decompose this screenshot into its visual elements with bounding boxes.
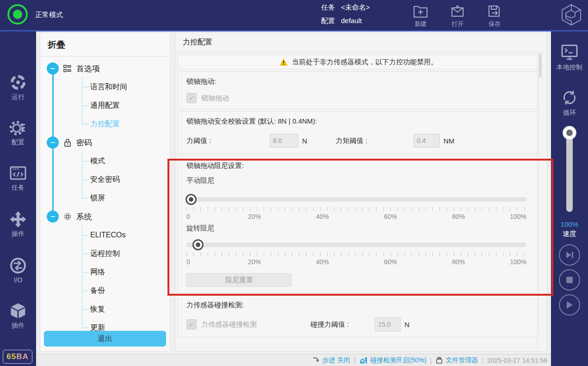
sidebar-item-config[interactable]: 配置: [0, 118, 36, 147]
scale-tick-label: 60%: [384, 258, 397, 266]
collision-threshold-label: 碰撞力阈值 :: [310, 320, 349, 329]
status-badge: 65BA: [3, 350, 32, 364]
sidebar-item-run[interactable]: 运行: [0, 73, 36, 101]
tree-item-elitecos[interactable]: ELITECOs: [82, 226, 170, 244]
tree-item-force-control[interactable]: 力控配置: [82, 115, 170, 133]
step-arrow-icon: [312, 357, 320, 364]
stop-icon: [566, 276, 573, 284]
step-mode-text: 步进 关闭: [322, 356, 350, 365]
open-file-icon: [449, 3, 466, 19]
sidebar-item-run-label: 运行: [0, 93, 36, 101]
speed-slider[interactable]: [566, 134, 573, 212]
scale-tick-label: 80%: [452, 258, 465, 266]
lock-axis-checkbox[interactable]: ✓: [186, 93, 197, 103]
rotation-slider-handle[interactable]: [192, 239, 204, 250]
scale-tick-label: 0: [186, 258, 190, 266]
new-task-button[interactable]: 新建: [406, 2, 435, 28]
translation-slider-track[interactable]: [186, 197, 526, 202]
tree-item-restore[interactable]: 恢复: [82, 300, 170, 318]
save-icon: [486, 3, 503, 19]
exit-button[interactable]: 退出: [44, 331, 166, 347]
scale-tick-label: 100%: [510, 258, 526, 266]
save-task-button[interactable]: 保存: [480, 2, 509, 28]
collapse-toggle-icon[interactable]: −: [47, 211, 59, 223]
list-icon: [63, 64, 72, 73]
section-collision-detection: 力传感器碰撞检测: ✓ 力传感器碰撞检测 碰撞力阈值 : N: [178, 295, 539, 337]
sidebar-item-operate[interactable]: 操作: [0, 210, 36, 238]
scale-tick-label: 100%: [510, 213, 526, 220]
loop-button[interactable]: 循环: [551, 88, 588, 117]
loop-icon: [551, 88, 588, 107]
damping-heading: 锁轴拖动阻尼设置:: [186, 161, 530, 170]
loop-label: 循环: [551, 109, 588, 117]
status-bar: 步进 关闭 | 碰撞检测开启(50%) | 文件管理器 | 2025-03-27…: [36, 354, 551, 366]
play-button[interactable]: [559, 294, 580, 316]
tree-item-safety-password[interactable]: 安全密码: [82, 170, 170, 189]
cube-icon: [0, 302, 36, 320]
tree-item-network[interactable]: 网络: [82, 263, 170, 281]
speed-slider-handle[interactable]: [563, 126, 576, 140]
sidebar-item-io[interactable]: I/O: [0, 256, 36, 284]
stop-button[interactable]: [559, 269, 580, 291]
config-label: 配置: [321, 17, 335, 25]
mode-indicator-icon: [7, 4, 28, 25]
tree-item-backup[interactable]: 备份: [82, 281, 170, 300]
collision-detect-icon: [359, 356, 368, 364]
translation-damping-slider[interactable]: [186, 194, 526, 205]
main-scrollbar[interactable]: [537, 52, 542, 349]
terminal-icon: [551, 43, 588, 62]
torque-threshold-label: 力矩阈值 :: [336, 136, 414, 145]
collision-checkbox[interactable]: ✓: [186, 319, 197, 329]
torque-threshold-input[interactable]: [414, 134, 440, 148]
collapse-toggle-icon[interactable]: −: [47, 62, 59, 74]
task-value: <未命名>: [341, 3, 370, 12]
damping-reset-button[interactable]: 阻尼重置: [186, 273, 292, 287]
tree-group-preferences-label: 首选项: [76, 63, 100, 74]
top-bar: 正常模式 任务 <未命名> 配置 default 新建 打开: [0, 0, 588, 30]
badge-part2: BA: [16, 352, 29, 361]
tree-group-preferences[interactable]: − 首选项: [40, 59, 170, 78]
main-scrollbar-thumb[interactable]: [539, 53, 542, 77]
tree-item-language-time[interactable]: 语言和时间: [82, 78, 170, 96]
sidebar-item-plugin[interactable]: 插件: [0, 302, 36, 330]
tree-group-system[interactable]: − 系统: [40, 207, 170, 226]
torque-threshold-unit: NM: [444, 137, 454, 145]
translation-slider-scale: 0 20% 40% 60% 80% 100%: [186, 212, 526, 221]
speed-label: 速度: [551, 230, 588, 238]
tree-collapse-header[interactable]: 折叠: [40, 33, 170, 56]
sidebar-item-operate-label: 操作: [0, 230, 36, 238]
status-separator: |: [482, 357, 483, 364]
tree-item-lock-screen[interactable]: 锁屏: [82, 189, 170, 207]
mode-label: 正常模式: [35, 11, 63, 19]
force-threshold-input[interactable]: [270, 134, 298, 148]
collision-threshold-input[interactable]: [375, 317, 401, 331]
rotation-damping-label: 旋转阻尼: [186, 224, 530, 233]
open-task-label: 打开: [452, 20, 464, 28]
run-icon: [0, 73, 36, 92]
scale-tick-label: 60%: [384, 213, 397, 220]
settings-tree-panel: 折叠 − 首选项 语言和时间 通用配置 力控配置 −: [40, 32, 170, 352]
tree-item-mode[interactable]: 模式: [82, 152, 170, 170]
tree-item-remote-control[interactable]: 远程控制: [82, 244, 170, 263]
open-task-button[interactable]: 打开: [443, 2, 472, 28]
rotation-slider-track[interactable]: [186, 242, 526, 247]
speed-value: 100%: [551, 220, 588, 228]
tree-group-password[interactable]: − 密码: [40, 133, 170, 152]
step-forward-button[interactable]: [559, 244, 580, 266]
collision-heading: 力传感器碰撞检测:: [186, 301, 530, 310]
translation-slider-handle[interactable]: [186, 194, 197, 205]
collision-detect-toggle[interactable]: 碰撞检测开启(50%): [359, 356, 426, 365]
sidebar-item-task-label: 任务: [0, 184, 36, 192]
local-control-button[interactable]: 本地控制: [551, 43, 588, 72]
rotation-damping-slider[interactable]: [186, 239, 526, 250]
tree-group-system-label: 系统: [76, 211, 92, 222]
file-manager-link[interactable]: 文件管理器: [435, 356, 478, 365]
step-mode-toggle[interactable]: 步进 关闭: [312, 356, 350, 365]
collapse-toggle-icon[interactable]: −: [47, 136, 59, 149]
sidebar-item-task[interactable]: 任务: [0, 165, 36, 192]
tree-item-general-config[interactable]: 通用配置: [82, 96, 170, 115]
new-file-icon: [412, 3, 429, 19]
rotation-slider-ticks: [186, 252, 526, 256]
translation-slider-ticks: [186, 207, 526, 211]
code-window-icon: [0, 165, 36, 182]
